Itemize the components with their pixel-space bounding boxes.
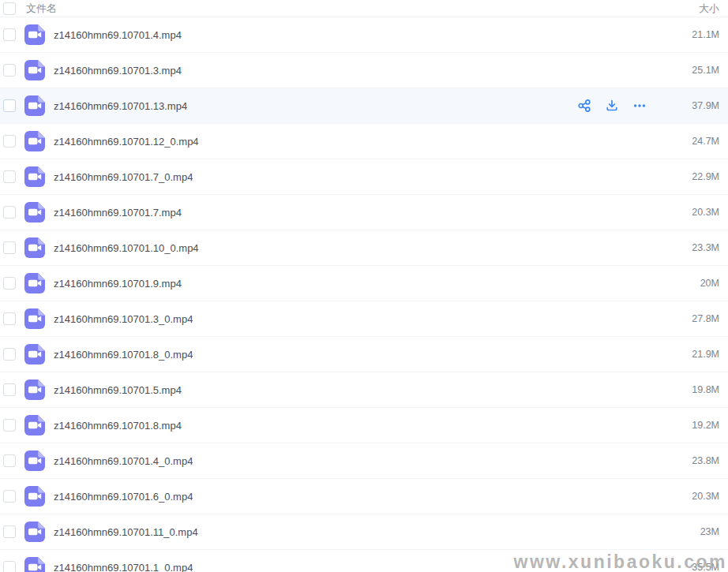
table-row[interactable]: z14160hmn69.10701.3.mp4 [0,53,728,88]
file-size: 37.9M [669,100,728,111]
table-row[interactable]: z14160hmn69.10701.6_0.mp4 [0,479,728,514]
more-icon[interactable] [632,99,647,113]
row-checkbox[interactable] [3,135,16,148]
row-checkbox[interactable] [3,383,16,396]
file-name[interactable]: z14160hmn69.10701.7_0.mp4 [54,171,193,183]
file-size: 21.9M [669,349,728,360]
download-icon[interactable] [605,99,619,113]
video-file-icon [24,415,45,436]
column-header-size: 大小 [699,2,728,16]
video-file-icon [24,202,45,222]
file-name[interactable]: z14160hmn69.10701.12_0.mp4 [54,136,199,148]
video-file-icon [24,273,45,293]
file-size: 23.3M [669,242,728,253]
file-list: z14160hmn69.10701.4.mp4 [0,17,728,572]
table-row[interactable]: z14160hmn69.10701.5.mp4 [0,372,728,408]
video-file-icon [24,522,45,542]
video-file-icon [24,557,45,572]
row-checkbox[interactable] [3,312,16,325]
row-checkbox[interactable] [3,348,16,361]
table-row[interactable]: z14160hmn69.10701.7_0.mp4 [0,159,728,195]
row-checkbox[interactable] [3,454,16,467]
table-row[interactable]: z14160hmn69.10701.4_0.mp4 [0,443,728,479]
row-checkbox[interactable] [3,277,16,290]
table-row[interactable]: z14160hmn69.10701.7.mp4 [0,195,728,230]
file-name[interactable]: z14160hmn69.10701.5.mp4 [54,384,182,396]
row-checkbox[interactable] [3,490,16,503]
video-file-icon [24,237,45,258]
file-size: 27.8M [669,313,728,324]
row-checkbox[interactable] [3,241,16,254]
file-name[interactable]: z14160hmn69.10701.3.mp4 [54,65,182,77]
file-name[interactable]: z14160hmn69.10701.6_0.mp4 [54,491,193,503]
share-icon[interactable] [577,99,591,113]
video-file-icon [24,379,45,400]
row-checkbox[interactable] [3,206,16,219]
file-size: 23M [669,526,728,537]
table-row[interactable]: z14160hmn69.10701.8.mp4 [0,408,728,443]
file-size: 21.1M [669,29,728,40]
table-row[interactable]: z14160hmn69.10701.1_0.mp4 [0,550,728,572]
video-file-icon [24,95,45,116]
table-row[interactable]: z14160hmn69.10701.13.mp4 [0,88,728,124]
file-manager-screen: 文件名 大小 z14160hmn69.10701.4.mp4 [0,0,728,572]
video-file-icon [24,166,45,187]
video-file-icon [24,60,45,80]
file-name[interactable]: z14160hmn69.10701.13.mp4 [54,100,187,112]
table-row[interactable]: z14160hmn69.10701.4.mp4 [0,17,728,53]
file-name[interactable]: z14160hmn69.10701.1_0.mp4 [54,562,193,572]
file-size: 19.8M [669,384,728,395]
file-size: 20.3M [669,207,728,218]
file-size: 25.1M [669,65,728,76]
table-row[interactable]: z14160hmn69.10701.11_0.mp4 [0,514,728,550]
file-name[interactable]: z14160hmn69.10701.8.mp4 [54,420,182,432]
file-name[interactable]: z14160hmn69.10701.8_0.mp4 [54,349,193,361]
file-name[interactable]: z14160hmn69.10701.11_0.mp4 [54,526,198,538]
file-size: 20M [669,278,728,289]
file-size: 22.9M [669,171,728,182]
row-checkbox[interactable] [3,419,16,432]
list-header: 文件名 大小 [0,0,728,17]
video-file-icon [24,486,45,507]
table-row[interactable]: z14160hmn69.10701.3_0.mp4 [0,301,728,337]
table-row[interactable]: z14160hmn69.10701.10_0.mp4 [0,230,728,266]
video-file-icon [24,450,45,471]
file-size: 24.7M [669,136,728,147]
table-row[interactable]: z14160hmn69.10701.12_0.mp4 [0,124,728,159]
video-file-icon [24,344,45,365]
table-row[interactable]: z14160hmn69.10701.9.mp4 [0,266,728,301]
video-file-icon [24,308,45,329]
file-size: 20.3M [669,491,728,502]
row-checkbox[interactable] [3,525,16,538]
row-checkbox[interactable] [3,28,16,41]
row-checkbox[interactable] [3,561,16,572]
file-name[interactable]: z14160hmn69.10701.4.mp4 [54,29,182,41]
row-actions [577,99,648,113]
table-row[interactable]: z14160hmn69.10701.8_0.mp4 [0,337,728,372]
file-size: 19.2M [669,420,728,431]
file-name[interactable]: z14160hmn69.10701.4_0.mp4 [54,455,193,467]
row-checkbox[interactable] [3,170,16,183]
file-name[interactable]: z14160hmn69.10701.9.mp4 [54,278,182,290]
file-size: 23.8M [669,455,728,466]
column-header-filename: 文件名 [26,2,57,16]
file-name[interactable]: z14160hmn69.10701.10_0.mp4 [54,242,199,254]
select-all-checkbox[interactable] [3,2,16,15]
file-name[interactable]: z14160hmn69.10701.7.mp4 [54,207,182,219]
row-checkbox[interactable] [3,99,16,112]
video-file-icon [24,131,45,151]
file-name[interactable]: z14160hmn69.10701.3_0.mp4 [54,313,193,325]
video-file-icon [24,24,45,45]
row-checkbox[interactable] [3,64,16,77]
file-size: 35.5M [669,562,728,572]
